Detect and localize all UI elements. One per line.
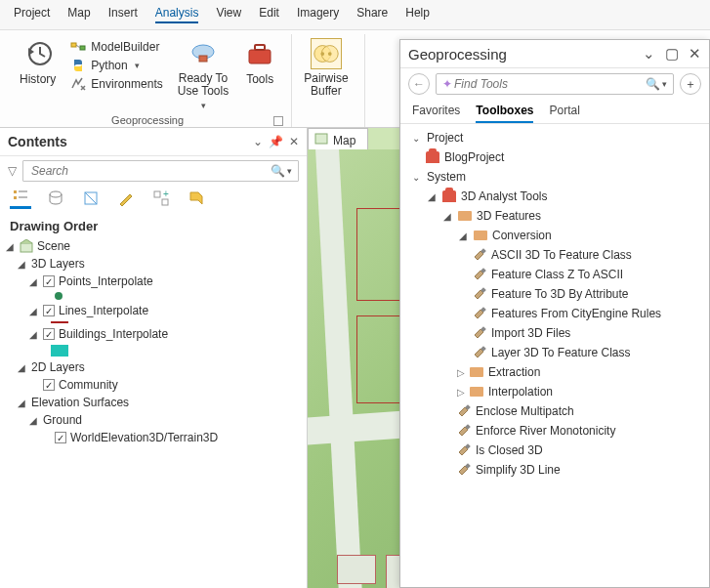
list-by-drawing-order-button[interactable] <box>10 188 31 209</box>
ready-to-use-button[interactable]: Ready To Use Tools▾ <box>170 36 236 112</box>
tab-favorites[interactable]: Favorites <box>412 104 460 123</box>
2d-layers-node[interactable]: ◢2D Layers <box>4 358 303 376</box>
contents-search-input[interactable] <box>29 163 271 179</box>
tool-item[interactable]: Layer 3D To Feature Class <box>400 343 709 362</box>
menu-project[interactable]: Project <box>14 6 50 23</box>
search-icon[interactable]: 🔍 <box>271 164 285 178</box>
gp-search[interactable]: ✦ 🔍 ▾ <box>436 73 674 95</box>
list-by-snapping-button[interactable]: + <box>150 188 172 209</box>
pairwise-buffer-icon <box>311 38 342 69</box>
3d-layers-node[interactable]: ◢3D Layers <box>4 255 303 273</box>
project-node[interactable]: ⌄Project <box>400 128 709 147</box>
dialog-launcher-icon[interactable] <box>273 116 283 126</box>
menu-share[interactable]: Share <box>356 6 388 23</box>
toolset-icon <box>470 387 483 397</box>
menu-edit[interactable]: Edit <box>259 6 279 23</box>
back-button[interactable]: ← <box>408 73 430 95</box>
restore-icon[interactable]: ▢ <box>665 45 679 62</box>
tool-item[interactable]: Features From CityEngine Rules <box>400 304 709 323</box>
tool-item[interactable]: Import 3D Files <box>400 323 709 343</box>
search-icon[interactable]: 🔍 <box>646 77 660 91</box>
menu-view[interactable]: View <box>216 6 241 23</box>
filter-icon[interactable]: ▽ <box>8 164 17 178</box>
menu-map[interactable]: Map <box>67 6 90 23</box>
checkbox-icon[interactable]: ✓ <box>43 328 55 340</box>
hammer-icon <box>457 443 471 457</box>
hammer-icon <box>473 248 486 262</box>
extraction-node[interactable]: ▷Extraction <box>400 362 709 382</box>
conversion-node[interactable]: ◢Conversion <box>400 226 709 245</box>
contents-search[interactable]: 🔍 ▾ <box>22 160 299 182</box>
3d-analyst-node[interactable]: ◢3D Analyst Tools <box>400 187 709 206</box>
ground-node[interactable]: ◢Ground <box>4 411 303 429</box>
modelbuilder-button[interactable]: ModelBuilder <box>67 38 165 56</box>
scene-node[interactable]: ◢Scene <box>4 237 303 255</box>
menu-insert[interactable]: Insert <box>108 6 138 23</box>
tool-item[interactable]: Is Closed 3D <box>400 441 709 460</box>
tool-label: Enclose Multipatch <box>476 404 574 418</box>
elevation-surfaces-node[interactable]: ◢Elevation Surfaces <box>4 394 303 411</box>
gp-tree: ⌄Project BlogProject ⌄System ◢3D Analyst… <box>400 124 709 587</box>
pairwise-buffer-button[interactable]: Pairwise Buffer <box>296 36 355 100</box>
terrain-layer[interactable]: ✓WorldElevation3D/Terrain3D <box>4 429 303 446</box>
menu-help[interactable]: Help <box>405 6 430 23</box>
tool-item[interactable]: Simplify 3D Line <box>400 460 709 480</box>
checkbox-icon[interactable]: ✓ <box>43 305 55 316</box>
tab-portal[interactable]: Portal <box>549 104 579 123</box>
checkbox-icon[interactable]: ✓ <box>43 275 55 287</box>
tool-item[interactable]: Enforce River Monotonicity <box>400 421 709 441</box>
svg-rect-16 <box>162 199 168 205</box>
tool-label: Import 3D Files <box>491 326 570 340</box>
lines-layer[interactable]: ◢✓Lines_Interpolate <box>4 302 303 319</box>
buildings-layer[interactable]: ◢✓Buildings_Interpolate <box>4 325 303 343</box>
list-by-editing-button[interactable] <box>115 188 137 209</box>
ready-to-use-label: Ready To Use Tools <box>178 72 229 98</box>
cloud-tools-icon <box>188 38 219 69</box>
tool-item[interactable]: Enclose Multipatch <box>400 401 709 421</box>
menu-analysis[interactable]: Analysis <box>155 6 199 23</box>
checkbox-icon[interactable]: ✓ <box>55 432 66 443</box>
tool-item[interactable]: Feature To 3D By Attribute <box>400 284 709 304</box>
chevron-down-icon[interactable]: ⌄ <box>643 45 655 62</box>
close-icon[interactable]: ✕ <box>689 45 701 62</box>
buildings-swatch <box>51 345 68 357</box>
close-icon[interactable]: ✕ <box>289 135 299 148</box>
3d-features-node[interactable]: ◢3D Features <box>400 206 709 226</box>
svg-rect-11 <box>14 190 17 193</box>
environments-icon <box>70 76 86 92</box>
history-button[interactable]: History <box>12 36 63 88</box>
add-button[interactable]: ＋ <box>680 73 701 95</box>
tools-button[interactable]: Tools <box>236 36 283 88</box>
scene-icon <box>20 239 33 253</box>
chevron-down-icon[interactable]: ⌄ <box>253 135 263 148</box>
tab-toolboxes[interactable]: Toolboxes <box>476 104 533 123</box>
points-layer[interactable]: ◢✓Points_Interpolate <box>4 273 303 290</box>
tool-item[interactable]: Feature Class Z To ASCII <box>400 265 709 284</box>
community-layer[interactable]: ✓Community <box>4 376 303 394</box>
svg-rect-4 <box>199 56 207 62</box>
toolbox-icon <box>426 151 439 163</box>
toolset-icon <box>470 367 483 377</box>
environments-button[interactable]: Environments <box>67 75 165 93</box>
tool-item[interactable]: ASCII 3D To Feature Class <box>400 245 709 265</box>
chevron-down-icon[interactable]: ▾ <box>662 79 667 89</box>
blogproject-node[interactable]: BlogProject <box>400 147 709 167</box>
hammer-icon <box>473 268 486 281</box>
tool-label: Layer 3D To Feature Class <box>491 346 631 359</box>
python-button[interactable]: Python ▾ <box>67 57 165 74</box>
map-icon <box>314 132 328 148</box>
gp-search-input[interactable] <box>452 76 646 92</box>
system-node[interactable]: ⌄System <box>400 167 709 187</box>
contents-toolbar: + <box>0 186 307 213</box>
list-by-source-button[interactable] <box>45 188 66 209</box>
svg-point-13 <box>50 191 62 197</box>
menu-imagery[interactable]: Imagery <box>297 6 339 23</box>
pin-icon[interactable]: 📌 <box>269 135 283 148</box>
history-icon <box>22 38 54 69</box>
list-by-labeling-button[interactable] <box>186 188 207 209</box>
checkbox-icon[interactable]: ✓ <box>43 379 55 391</box>
interpolation-node[interactable]: ▷Interpolation <box>400 382 709 401</box>
map-tab[interactable]: Map <box>308 128 368 151</box>
chevron-down-icon[interactable]: ▾ <box>287 166 292 176</box>
list-by-selection-button[interactable] <box>80 188 102 209</box>
